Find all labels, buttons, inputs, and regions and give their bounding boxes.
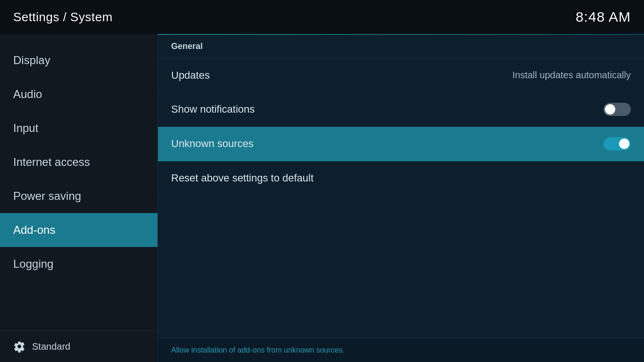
section-header: General — [158, 35, 644, 58]
sidebar-item-add-ons[interactable]: Add-ons — [0, 213, 157, 247]
sidebar-footer[interactable]: Standard — [0, 330, 157, 362]
sidebar-item-logging[interactable]: Logging — [0, 247, 157, 281]
clock: 8:48 AM — [576, 9, 631, 25]
setting-label-unknown-sources: Unknown sources — [171, 138, 254, 150]
setting-label-show-notifications: Show notifications — [171, 103, 255, 115]
bottom-description-text: Allow installation of add-ons from unkno… — [171, 346, 345, 354]
sidebar: DisplayAudioInputInternet accessPower sa… — [0, 34, 158, 362]
sidebar-item-display[interactable]: Display — [0, 43, 157, 77]
settings-list: UpdatesInstall updates automaticallyShow… — [158, 58, 644, 338]
sidebar-item-internet-access[interactable]: Internet access — [0, 145, 157, 179]
sidebar-item-input[interactable]: Input — [0, 111, 157, 145]
toggle-knob-show-notifications — [605, 104, 615, 115]
setting-label-updates: Updates — [171, 69, 210, 82]
setting-row-show-notifications[interactable]: Show notifications — [158, 92, 644, 127]
app-header: Settings / System 8:48 AM — [0, 0, 644, 34]
page-title: Settings / System — [13, 10, 113, 25]
bottom-description-bar: Allow installation of add-ons from unkno… — [158, 338, 644, 362]
setting-row-reset-settings[interactable]: Reset above settings to default — [158, 161, 644, 195]
settings-level-label: Standard — [32, 341, 70, 352]
sidebar-item-audio[interactable]: Audio — [0, 77, 157, 111]
sidebar-item-power-saving[interactable]: Power saving — [0, 179, 157, 213]
setting-value-updates: Install updates automatically — [512, 70, 631, 81]
gear-icon — [13, 340, 25, 353]
setting-row-unknown-sources[interactable]: Unknown sources — [158, 127, 644, 161]
toggle-unknown-sources[interactable] — [603, 137, 631, 150]
sidebar-nav: DisplayAudioInputInternet accessPower sa… — [0, 34, 157, 330]
content-area: General UpdatesInstall updates automatic… — [158, 34, 644, 362]
toggle-knob-unknown-sources — [619, 139, 629, 149]
setting-row-updates[interactable]: UpdatesInstall updates automatically — [158, 58, 644, 92]
toggle-show-notifications[interactable] — [603, 103, 631, 116]
main-layout: DisplayAudioInputInternet accessPower sa… — [0, 34, 644, 362]
setting-label-reset-settings: Reset above settings to default — [171, 172, 314, 184]
section-title: General — [171, 41, 203, 51]
